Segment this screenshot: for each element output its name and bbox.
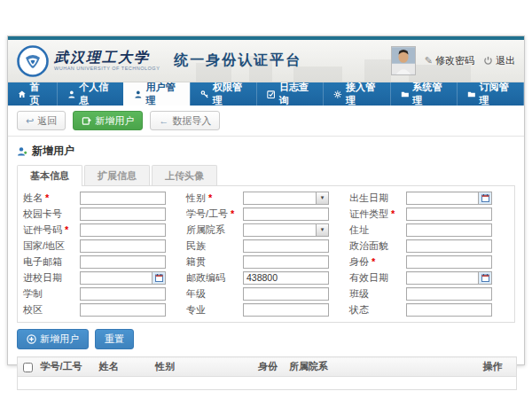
change-password-link[interactable]: ✎ 修改密码 (425, 54, 474, 67)
field-country: 国家/地区 (23, 239, 183, 253)
nav-label: 接入管理 (346, 81, 380, 107)
back-button-label: 返回 (37, 114, 57, 127)
address-input[interactable] (406, 223, 492, 237)
nav-item-log-query[interactable]: 日志查询 (256, 82, 323, 106)
department-label: 所属院系 (186, 223, 243, 237)
major-input[interactable] (243, 303, 329, 317)
campus-card-label: 校园卡号 (23, 207, 80, 221)
select-all-cell (18, 357, 37, 377)
schooling-length-input[interactable] (80, 287, 166, 301)
ethnicity-label: 民族 (186, 239, 243, 253)
section-title: 新增用户 (32, 144, 74, 159)
key-icon (200, 90, 209, 99)
field-postal-code: 邮政编码 (186, 270, 346, 285)
calendar-icon[interactable] (478, 192, 492, 205)
student-id-input[interactable] (243, 207, 329, 221)
schooling-length-label: 学制 (23, 287, 80, 301)
political-status-label: 政治面貌 (349, 239, 406, 253)
campus-label: 校区 (23, 303, 80, 317)
nav-label: 个人信息 (79, 81, 113, 107)
field-major: 专业 (186, 302, 346, 317)
ethnicity-input[interactable] (243, 239, 329, 253)
nav-label: 权限管理 (213, 81, 247, 107)
main-nav: 首页 个人信息 用户管理 权限管理 日志查询 接入管理 系统管理 订阅管理 (8, 82, 524, 106)
header: 武汉理工大学 WUHAN UNIVERSITY OF TECHNOLOGY 统一… (8, 40, 524, 82)
email-input[interactable] (80, 255, 166, 269)
gender-label: 性别 (186, 192, 243, 205)
tab-basic-info[interactable]: 基本信息 (17, 165, 82, 186)
gender-select[interactable]: ▾ (243, 192, 329, 205)
valid-date-input[interactable] (406, 271, 478, 285)
power-icon (483, 56, 493, 66)
col-department: 所属院系 (286, 357, 480, 377)
name-label: 姓名 (23, 192, 80, 205)
chevron-down-icon: ▾ (316, 223, 329, 237)
nav-item-system-management[interactable]: 系统管理 (390, 82, 457, 106)
field-name: 姓名 (23, 191, 183, 205)
campus-card-input[interactable] (80, 207, 166, 221)
folder-icon (401, 90, 410, 99)
data-import-button[interactable]: ← 数据导入 (150, 111, 220, 130)
enroll-date-label: 进校日期 (23, 271, 80, 285)
grade-input[interactable] (243, 287, 329, 301)
col-student-id: 学号/工号 (36, 357, 95, 377)
tab-extended-info[interactable]: 扩展信息 (84, 165, 150, 185)
id-number-input[interactable] (80, 223, 166, 237)
field-native-place: 籍贯 (186, 254, 346, 269)
email-label: 电子邮箱 (23, 255, 80, 269)
calendar-icon[interactable] (478, 271, 492, 285)
birth-date-input[interactable] (406, 192, 478, 205)
logout-label: 退出 (496, 54, 515, 67)
nav-item-subscription-management[interactable]: 订阅管理 (457, 82, 523, 106)
submit-add-user-button[interactable]: 新增用户 (17, 329, 89, 349)
col-identity: 身份 (254, 357, 286, 377)
person-icon (134, 90, 143, 99)
check-square-icon (267, 90, 276, 99)
field-id-type: 证件类型 (349, 207, 509, 221)
tab-upload-avatar[interactable]: 上传头像 (152, 165, 217, 185)
field-identity: 身份 (349, 254, 509, 269)
native-place-input[interactable] (243, 255, 329, 269)
department-select[interactable]: ▾ (243, 223, 329, 237)
basic-info-panel: 姓名 性别 ▾ 出生日期 校园卡号 学号/工号 证件类型 (17, 185, 515, 323)
major-label: 专业 (186, 303, 243, 317)
campus-input[interactable] (80, 303, 166, 317)
home-icon (18, 90, 27, 99)
field-id-number: 证件号码 (23, 223, 183, 237)
change-password-label: 修改密码 (435, 54, 474, 67)
nav-item-home[interactable]: 首页 (8, 82, 57, 106)
field-enroll-date: 进校日期 (23, 270, 183, 285)
logout-link[interactable]: 退出 (483, 54, 515, 67)
nav-item-user-management[interactable]: 用户管理 (123, 82, 190, 106)
form-tabs: 基本信息 扩展信息 上传头像 (17, 165, 515, 185)
select-all-checkbox[interactable] (23, 363, 33, 372)
nav-label: 首页 (30, 81, 47, 107)
id-type-input[interactable] (406, 207, 492, 221)
name-input[interactable] (80, 192, 166, 205)
nav-item-access-management[interactable]: 接入管理 (323, 82, 389, 106)
reset-button[interactable]: 重置 (95, 329, 134, 349)
enroll-date-input[interactable] (80, 271, 152, 285)
field-grade: 年级 (186, 286, 346, 301)
field-student-id: 学号/工号 (186, 207, 346, 221)
valid-date-label: 有效日期 (349, 271, 406, 285)
add-user-toolbar-button[interactable]: 新增用户 (73, 111, 143, 130)
nav-label: 订阅管理 (479, 81, 513, 107)
calendar-icon[interactable] (152, 271, 166, 285)
class-input[interactable] (406, 287, 492, 301)
native-place-label: 籍贯 (186, 255, 243, 269)
back-button[interactable]: ↩ 返回 (17, 111, 66, 130)
nav-item-personal-info[interactable]: 个人信息 (57, 82, 123, 106)
nav-item-permission-management[interactable]: 权限管理 (190, 82, 256, 106)
postal-code-input[interactable] (243, 271, 329, 285)
identity-input[interactable] (406, 255, 492, 269)
add-user-section-icon (17, 146, 27, 157)
nav-label: 系统管理 (412, 81, 447, 107)
field-campus-card: 校园卡号 (23, 207, 183, 221)
status-input[interactable] (406, 303, 492, 317)
status-label: 状态 (349, 303, 406, 317)
field-class: 班级 (349, 286, 509, 301)
political-status-input[interactable] (406, 239, 492, 253)
back-arrow-icon: ↩ (26, 114, 34, 127)
country-input[interactable] (80, 239, 166, 253)
